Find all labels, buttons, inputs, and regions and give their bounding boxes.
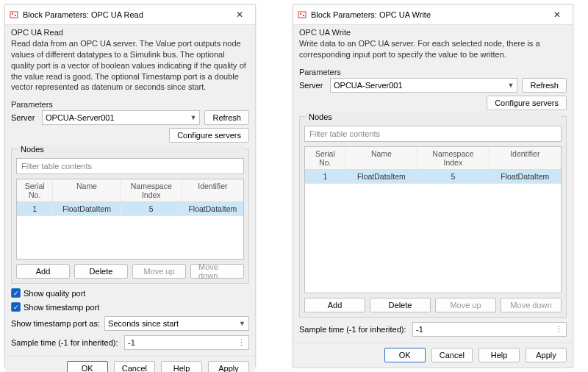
show-timestamp-as-value: Seconds since start	[108, 319, 179, 328]
cell-name: FloatDataItem	[53, 202, 121, 215]
block-name: OPC UA Write	[299, 28, 567, 37]
cell-id: FloatDataItem	[182, 202, 243, 215]
chevron-down-icon: ▼	[508, 82, 514, 89]
nodes-group: Nodes Filter table contents Serial No. N…	[11, 149, 249, 284]
server-label: Server	[11, 113, 37, 122]
nodes-group: Nodes Filter table contents Serial No. N…	[299, 116, 567, 318]
nodes-label: Nodes	[18, 145, 244, 154]
titlebar: Block Parameters: OPC UA Write ✕	[293, 5, 573, 25]
col-id[interactable]: Identifier	[490, 147, 561, 169]
dialog-footer: OK Cancel Help Apply	[5, 356, 255, 372]
delete-button[interactable]: Delete	[74, 264, 128, 279]
filter-input[interactable]: Filter table contents	[16, 158, 244, 174]
show-timestamp-as-dropdown[interactable]: Seconds since start ▼	[104, 316, 249, 331]
configure-servers-button[interactable]: Configure servers	[169, 128, 249, 143]
server-dropdown[interactable]: OPCUA-Server001 ▼	[42, 110, 200, 125]
dialog-footer: OK Cancel Help Apply	[293, 343, 573, 367]
nodes-table: Serial No. Name Namespace Index Identifi…	[16, 179, 244, 260]
simulink-block-icon	[10, 10, 18, 19]
delete-button[interactable]: Delete	[370, 298, 431, 312]
refresh-button[interactable]: Refresh	[204, 110, 249, 125]
cell-serial: 1	[17, 202, 53, 215]
block-description: Write data to an OPC UA server. For each…	[299, 38, 567, 60]
table-row[interactable]: 1 FloatDataItem 5 FloatDataItem	[17, 202, 243, 216]
server-label: Server	[299, 81, 326, 90]
col-serial[interactable]: Serial No.	[305, 147, 346, 169]
svg-rect-2	[15, 15, 16, 16]
cell-ns: 5	[417, 170, 489, 183]
ok-button[interactable]: OK	[67, 361, 108, 372]
show-quality-checkbox[interactable]: ✓	[11, 288, 21, 298]
show-timestamp-as-label: Show timestamp port as:	[11, 319, 100, 328]
apply-button[interactable]: Apply	[208, 361, 249, 372]
sample-time-input[interactable]: -1 ⋮	[412, 322, 567, 337]
server-value: OPCUA-Server001	[334, 81, 403, 90]
move-up-button[interactable]: Move up	[435, 298, 496, 312]
sample-time-label: Sample time (-1 for inherited):	[11, 338, 120, 347]
sample-time-value: -1	[416, 325, 423, 334]
add-button[interactable]: Add	[16, 264, 70, 279]
chevron-down-icon: ▼	[239, 320, 245, 327]
simulink-block-icon	[298, 10, 306, 19]
move-up-button[interactable]: Move up	[132, 264, 186, 279]
col-ns[interactable]: Namespace Index	[121, 179, 182, 201]
nodes-table: Serial No. Name Namespace Index Identifi…	[304, 146, 562, 293]
svg-rect-5	[303, 15, 304, 16]
nodes-label: Nodes	[306, 112, 562, 121]
svg-rect-1	[12, 13, 13, 15]
col-name[interactable]: Name	[346, 147, 417, 169]
svg-rect-3	[298, 12, 306, 18]
parameters-label: Parameters	[299, 68, 567, 76]
sample-time-input[interactable]: -1 ⋮	[124, 335, 249, 350]
svg-rect-4	[300, 13, 301, 15]
move-down-button[interactable]: Move down	[501, 298, 562, 312]
block-description: Read data from an OPC UA server. The Val…	[11, 38, 249, 93]
col-name[interactable]: Name	[53, 179, 121, 201]
cancel-button[interactable]: Cancel	[431, 348, 473, 362]
show-quality-label: Show quality port	[24, 289, 85, 298]
help-button[interactable]: Help	[161, 361, 202, 372]
block-name: OPC UA Read	[11, 28, 249, 37]
titlebar: Block Parameters: OPC UA Read ✕	[5, 5, 255, 25]
show-timestamp-checkbox[interactable]: ✓	[11, 302, 21, 312]
parameters-label: Parameters	[11, 100, 249, 109]
table-empty-area	[305, 184, 561, 293]
refresh-button[interactable]: Refresh	[522, 78, 567, 93]
cell-name: FloatDataItem	[346, 170, 417, 183]
apply-button[interactable]: Apply	[526, 348, 567, 362]
chevron-down-icon: ▼	[190, 114, 197, 121]
dialog-title: Block Parameters: OPC UA Read	[23, 10, 229, 19]
filter-input[interactable]: Filter table contents	[304, 126, 562, 142]
help-button[interactable]: Help	[478, 348, 520, 362]
col-ns[interactable]: Namespace Index	[417, 147, 489, 169]
dialog-body: OPC UA Read Read data from an OPC UA ser…	[5, 25, 255, 356]
table-empty-area	[17, 216, 243, 259]
show-timestamp-label: Show timestamp port	[24, 303, 99, 312]
col-id[interactable]: Identifier	[182, 179, 243, 201]
table-header: Serial No. Name Namespace Index Identifi…	[17, 179, 243, 202]
sample-time-label: Sample time (-1 for inherited):	[299, 325, 408, 334]
dialog-title: Block Parameters: OPC UA Write	[311, 10, 546, 19]
dialog-body: OPC UA Write Write data to an OPC UA ser…	[293, 25, 573, 343]
opc-ua-read-dialog: Block Parameters: OPC UA Read ✕ OPC UA R…	[4, 4, 256, 368]
cancel-button[interactable]: Cancel	[114, 361, 155, 372]
table-header: Serial No. Name Namespace Index Identifi…	[305, 147, 561, 170]
svg-rect-0	[10, 12, 18, 18]
cell-ns: 5	[121, 202, 182, 215]
move-down-button[interactable]: Move down	[190, 264, 244, 279]
opc-ua-write-dialog: Block Parameters: OPC UA Write ✕ OPC UA …	[293, 4, 573, 368]
sample-time-value: -1	[128, 338, 135, 347]
more-icon[interactable]: ⋮	[555, 326, 563, 332]
server-dropdown[interactable]: OPCUA-Server001 ▼	[330, 78, 517, 93]
cell-serial: 1	[305, 170, 346, 183]
add-button[interactable]: Add	[304, 298, 365, 312]
table-row[interactable]: 1 FloatDataItem 5 FloatDataItem	[305, 170, 561, 184]
ok-button[interactable]: OK	[384, 348, 426, 362]
server-value: OPCUA-Server001	[46, 113, 115, 122]
configure-servers-button[interactable]: Configure servers	[487, 96, 567, 110]
more-icon[interactable]: ⋮	[237, 340, 245, 346]
col-serial[interactable]: Serial No.	[17, 179, 53, 201]
cell-id: FloatDataItem	[490, 170, 561, 183]
close-icon[interactable]: ✕	[229, 8, 251, 21]
close-icon[interactable]: ✕	[546, 8, 568, 21]
